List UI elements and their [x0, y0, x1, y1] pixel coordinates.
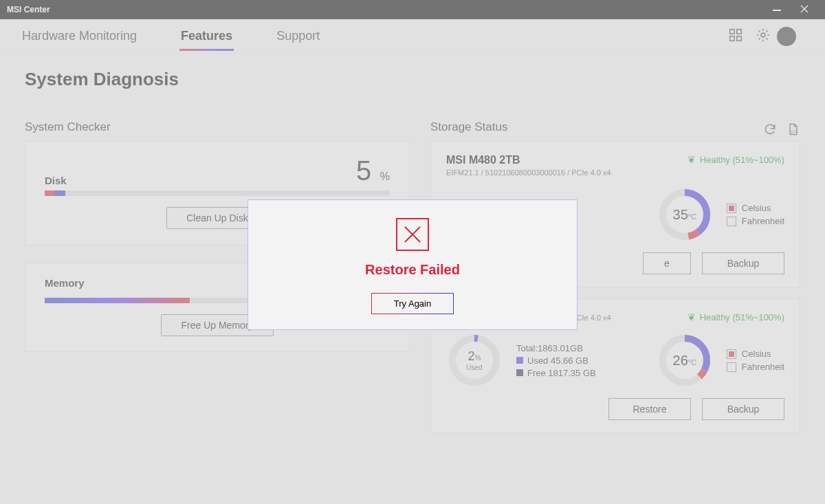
error-x-icon [396, 218, 429, 251]
modal-overlay: Restore Failed Try Again [0, 0, 825, 504]
try-again-button[interactable]: Try Again [371, 293, 454, 314]
modal-title: Restore Failed [365, 262, 460, 278]
restore-failed-dialog: Restore Failed Try Again [248, 199, 578, 330]
